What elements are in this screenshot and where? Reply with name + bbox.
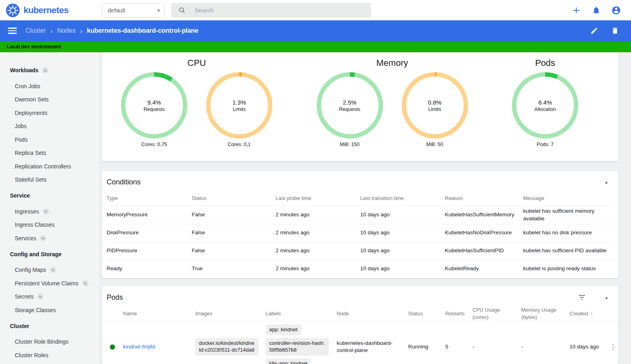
sidebar-section-workloads[interactable]: WorkloadsN bbox=[0, 63, 99, 77]
bell-icon bbox=[592, 6, 601, 15]
column-header-label: Created bbox=[569, 311, 588, 317]
column-header-created[interactable]: Created↑ bbox=[569, 310, 608, 317]
column-header-last-transition-time: Last transition time bbox=[360, 191, 445, 206]
pod-cpu-usage-cell: - bbox=[472, 343, 521, 350]
column-header-restarts[interactable]: Restarts bbox=[445, 310, 472, 317]
condition-type: MemoryPressure bbox=[107, 211, 192, 218]
edit-button[interactable] bbox=[589, 26, 599, 36]
sidebar-item-label: Stateful Sets bbox=[15, 176, 46, 183]
gauge-pods-allocation: 6.4%AllocationPods: 7 bbox=[512, 72, 578, 147]
sidebar: WorkloadsNCron JobsDaemon SetsDeployment… bbox=[0, 52, 99, 364]
alloc-group-cpu: CPU9.4%RequestsCores: 0,751.3%LimitsCore… bbox=[121, 56, 272, 161]
alloc-group-title: Pods bbox=[512, 56, 578, 70]
menu-button[interactable] bbox=[8, 28, 17, 34]
gauge-donut: 6.4%Allocation bbox=[512, 72, 578, 138]
sidebar-item-pods[interactable]: Pods bbox=[0, 133, 99, 146]
app-header: kubernetes default ▾ bbox=[0, 0, 631, 20]
chevron-right-icon: › bbox=[80, 27, 82, 35]
breadcrumb-cluster[interactable]: Cluster bbox=[26, 27, 46, 34]
sidebar-item-config-maps[interactable]: Config MapsN bbox=[0, 263, 99, 277]
toolbar-actions bbox=[589, 26, 620, 36]
gauge-donut: 2.5%Requests bbox=[317, 72, 383, 138]
breadcrumb-nodes[interactable]: Nodes bbox=[57, 27, 75, 34]
sidebar-item-stateful-sets[interactable]: Stateful Sets bbox=[0, 173, 99, 187]
gauge-label: Limits bbox=[233, 107, 246, 112]
pencil-icon bbox=[590, 27, 598, 35]
trash-icon bbox=[611, 27, 619, 35]
sidebar-item-cluster-roles[interactable]: Cluster Roles bbox=[0, 348, 99, 362]
sidebar-item-label: Replica Sets bbox=[15, 150, 46, 156]
notifications-button[interactable] bbox=[591, 6, 601, 15]
column-header-labels[interactable]: Labels bbox=[266, 310, 337, 317]
filter-icon[interactable] bbox=[577, 293, 587, 301]
condition-last-transition-time: 10 days ago bbox=[360, 247, 445, 254]
collapse-icon[interactable]: ▲ bbox=[604, 180, 609, 184]
alloc-group-memory: Memory2.5%RequestsMiB: 1500.8%LimitsMiB:… bbox=[317, 56, 468, 161]
condition-row-diskpressure: DiskPressureFalse2 minutes ago10 days ag… bbox=[107, 224, 613, 242]
pod-name-link[interactable]: kindnet-fmj8d bbox=[123, 344, 155, 350]
sidebar-item-jobs[interactable]: Jobs bbox=[0, 120, 99, 133]
account-button[interactable] bbox=[611, 6, 621, 15]
condition-message: kubelet has sufficient PID available bbox=[523, 247, 613, 254]
collapse-icon[interactable]: ▲ bbox=[604, 295, 609, 300]
sidebar-item-cron-jobs[interactable]: Cron Jobs bbox=[0, 79, 99, 93]
namespace-value: default bbox=[108, 7, 125, 14]
sidebar-item-label: Ingress Classes bbox=[15, 222, 55, 228]
sidebar-item-replication-controllers[interactable]: Replication Controllers bbox=[0, 160, 99, 173]
brand-home-link[interactable]: kubernetes bbox=[6, 4, 102, 17]
gauge-percent: 6.4% bbox=[538, 99, 552, 106]
sidebar-item-label: Services bbox=[15, 235, 36, 241]
gauge-percent: 2.5% bbox=[343, 99, 356, 106]
pod-name-cell: kindnet-fmj8d bbox=[123, 343, 195, 350]
sidebar-section-label: Config and Storage bbox=[10, 251, 62, 257]
sidebar-item-services[interactable]: ServicesN bbox=[0, 231, 99, 245]
gauge-caption: MiB: 150 bbox=[317, 142, 383, 147]
more-options-icon[interactable]: ⋮ bbox=[610, 344, 617, 350]
sidebar-item-label: Cluster Role Bindings bbox=[15, 338, 69, 345]
condition-last-transition-time: 10 days ago bbox=[360, 229, 445, 236]
sidebar-item-storage-classes[interactable]: Storage Classes bbox=[0, 303, 99, 317]
sidebar-item-label: Pods bbox=[15, 136, 28, 143]
gauge-caption: Pods: 7 bbox=[512, 142, 578, 147]
page-title: kubernetes-dashboard-control-plane bbox=[87, 27, 198, 34]
condition-last-probe-time: 2 minutes ago bbox=[276, 211, 360, 218]
pod-restarts-cell: 5 bbox=[445, 343, 472, 350]
kubernetes-logo-icon bbox=[6, 4, 20, 17]
search-bar[interactable] bbox=[171, 3, 371, 18]
sidebar-item-ingresses[interactable]: IngressesN bbox=[0, 205, 99, 218]
column-header-images[interactable]: Images bbox=[195, 310, 266, 317]
sidebar-section-cluster[interactable]: Cluster bbox=[0, 319, 99, 333]
gauge-donut: 0.8%Limits bbox=[402, 72, 468, 138]
alloc-group-title: CPU bbox=[121, 56, 272, 70]
column-header-status[interactable]: Status bbox=[408, 310, 445, 317]
column-header-cpu-usage-cores[interactable]: CPU Usage (cores) bbox=[472, 307, 521, 320]
pods-table: NameImagesLabelsNodeStatusRestartsCPU Us… bbox=[102, 306, 618, 364]
sidebar-item-ingress-classes[interactable]: Ingress Classes bbox=[0, 218, 99, 232]
column-header-node[interactable]: Node bbox=[337, 310, 408, 317]
column-header-name[interactable]: Name bbox=[123, 310, 195, 317]
sidebar-section-service[interactable]: Service bbox=[0, 189, 99, 202]
gauge-percent: 9.4% bbox=[147, 99, 161, 106]
namespace-select[interactable]: default ▾ bbox=[102, 3, 165, 18]
sidebar-item-deployments[interactable]: Deployments bbox=[0, 106, 99, 120]
create-button[interactable] bbox=[571, 6, 581, 15]
sidebar-item-cluster-role-bindings[interactable]: Cluster Role Bindings bbox=[0, 335, 99, 349]
brand-name: kubernetes bbox=[24, 5, 68, 16]
sidebar-section-config-and-storage[interactable]: Config and Storage bbox=[0, 247, 99, 261]
condition-status: False bbox=[192, 211, 276, 218]
sidebar-item-secrets[interactable]: SecretsN bbox=[0, 290, 99, 304]
sidebar-item-replica-sets[interactable]: Replica Sets bbox=[0, 146, 99, 160]
delete-button[interactable] bbox=[610, 26, 620, 36]
condition-reason: KubeletHasNoDiskPressure bbox=[445, 229, 523, 236]
sidebar-item-persistent-volume-claims[interactable]: Persistent Volume ClaimsN bbox=[0, 277, 99, 290]
gauge-caption: Cores: 0,75 bbox=[121, 142, 187, 147]
gauge-label: Allocation bbox=[534, 107, 556, 112]
sidebar-item-label: Ingresses bbox=[15, 208, 39, 215]
gauge-cpu-requests: 9.4%RequestsCores: 0,75 bbox=[121, 72, 187, 147]
sidebar-item-daemon-sets[interactable]: Daemon Sets bbox=[0, 93, 99, 107]
condition-reason: KubeletHasSufficientMemory bbox=[445, 211, 523, 218]
search-input[interactable] bbox=[194, 6, 366, 14]
condition-status: True bbox=[192, 265, 276, 272]
column-header-memory-usage-bytes[interactable]: Memory Usage (bytes) bbox=[521, 307, 569, 320]
column-header-label: Status bbox=[408, 311, 423, 317]
